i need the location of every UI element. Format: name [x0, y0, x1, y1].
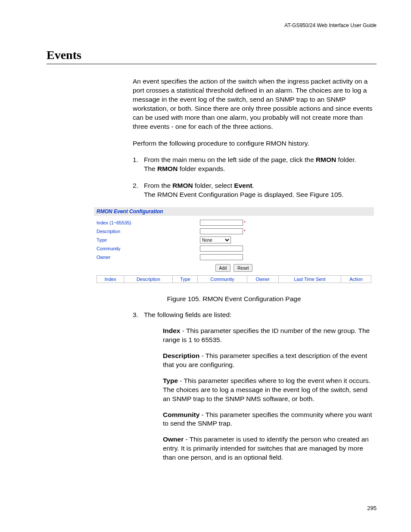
- def-label: Type: [163, 377, 178, 384]
- text: The: [144, 165, 157, 172]
- figure-105: RMON Event Configuration Index (1~65535)…: [47, 207, 377, 303]
- th-owner: Owner: [247, 276, 278, 283]
- figure-buttons: Add Reset: [97, 261, 371, 274]
- instruction-paragraph: Perform the following procedure to confi…: [133, 139, 377, 148]
- bold-rmon: RMON: [316, 156, 336, 163]
- figure-form: Index (1~65535) * Description * Type Non…: [94, 216, 374, 284]
- step-number: 2.: [133, 181, 144, 199]
- step-1: 1. From the main menu on the left side o…: [133, 156, 377, 174]
- step-number: 3.: [133, 311, 144, 469]
- ordered-steps: 1. From the main menu on the left side o…: [133, 156, 377, 199]
- required-star: *: [244, 229, 246, 234]
- step-3: 3. The following fields are listed: Inde…: [133, 311, 377, 469]
- input-owner[interactable]: [200, 254, 243, 260]
- text: .: [252, 182, 254, 189]
- def-type: Type - This parameter specifies where to…: [163, 376, 377, 404]
- section-title: Events: [47, 48, 377, 62]
- def-community: Community - This parameter specifies the…: [163, 411, 377, 429]
- form-row-description: Description *: [97, 227, 371, 236]
- def-owner: Owner - This parameter is used to identi…: [163, 435, 377, 462]
- th-action: Action: [341, 276, 371, 283]
- th-type: Type: [173, 276, 198, 283]
- figure-panel-title: RMON Event Configuration: [94, 207, 374, 216]
- text: From the main menu on the left side of t…: [144, 156, 316, 163]
- def-text: - This parameter specifies the ID number…: [163, 327, 370, 343]
- label-type: Type: [97, 237, 200, 243]
- label-owner: Owner: [97, 255, 200, 260]
- input-community[interactable]: [200, 246, 243, 252]
- table-header-row: Index Description Type Community Owner L…: [97, 276, 371, 283]
- form-row-type: Type None: [97, 236, 371, 244]
- add-button[interactable]: Add: [215, 264, 231, 272]
- ordered-steps-cont: 3. The following fields are listed: Inde…: [133, 311, 377, 469]
- text: folder expands.: [177, 165, 225, 172]
- page: AT-GS950/24 Web Interface User Guide Eve…: [0, 0, 411, 532]
- form-row-community: Community: [97, 244, 371, 253]
- step-2: 2. From the RMON folder, select Event. T…: [133, 181, 377, 199]
- body-column: An event specifies the action of the swi…: [133, 77, 377, 199]
- def-text: - This parameter specifies where to log …: [163, 377, 371, 402]
- select-type[interactable]: None: [200, 236, 231, 243]
- label-index: Index (1~65535): [97, 220, 200, 225]
- step-text: The following fields are listed: Index -…: [144, 311, 377, 469]
- title-rule: [47, 64, 377, 64]
- intro-paragraph: An event specifies the action of the swi…: [133, 77, 377, 131]
- text: folder, select: [193, 182, 234, 189]
- text: The RMON Event Configuration Page is dis…: [144, 191, 344, 198]
- def-label: Index: [163, 327, 180, 334]
- text: The following fields are listed:: [144, 311, 231, 318]
- th-description: Description: [124, 276, 173, 283]
- field-definitions: Index - This parameter specifies the ID …: [163, 327, 377, 462]
- form-row-owner: Owner: [97, 253, 371, 261]
- th-index: Index: [97, 276, 124, 283]
- def-text: - This parameter is used to identify the…: [163, 436, 369, 461]
- form-row-index: Index (1~65535) *: [97, 218, 371, 227]
- figure-table: Index Description Type Community Owner L…: [97, 275, 371, 283]
- reset-button[interactable]: Reset: [234, 264, 252, 272]
- step-text: From the RMON folder, select Event. The …: [144, 181, 377, 199]
- input-description[interactable]: [200, 228, 243, 234]
- page-number: 295: [367, 505, 377, 511]
- figure-frame: RMON Event Configuration Index (1~65535)…: [94, 207, 374, 303]
- th-last-time-sent: Last Time Sent: [278, 276, 341, 283]
- bold-event: Event: [234, 182, 252, 189]
- step-number: 1.: [133, 156, 144, 174]
- figure-caption: Figure 105. RMON Event Configuration Pag…: [94, 295, 374, 303]
- bold-rmon: RMON: [157, 165, 177, 172]
- def-label: Community: [163, 411, 199, 418]
- label-community: Community: [97, 246, 200, 251]
- def-index: Index - This parameter specifies the ID …: [163, 327, 377, 345]
- th-community: Community: [198, 276, 247, 283]
- bold-rmon: RMON: [172, 182, 193, 189]
- input-index[interactable]: [200, 220, 243, 226]
- def-description: Description - This parameter specifies a…: [163, 352, 377, 370]
- def-label: Owner: [163, 436, 184, 443]
- text: folder.: [336, 156, 356, 163]
- step-text: From the main menu on the left side of t…: [144, 156, 377, 174]
- label-description: Description: [97, 229, 200, 234]
- required-star: *: [244, 221, 246, 225]
- text: From the: [144, 182, 172, 189]
- body-column-cont: 3. The following fields are listed: Inde…: [133, 311, 377, 469]
- def-label: Description: [163, 352, 199, 359]
- running-header: AT-GS950/24 Web Interface User Guide: [284, 22, 377, 28]
